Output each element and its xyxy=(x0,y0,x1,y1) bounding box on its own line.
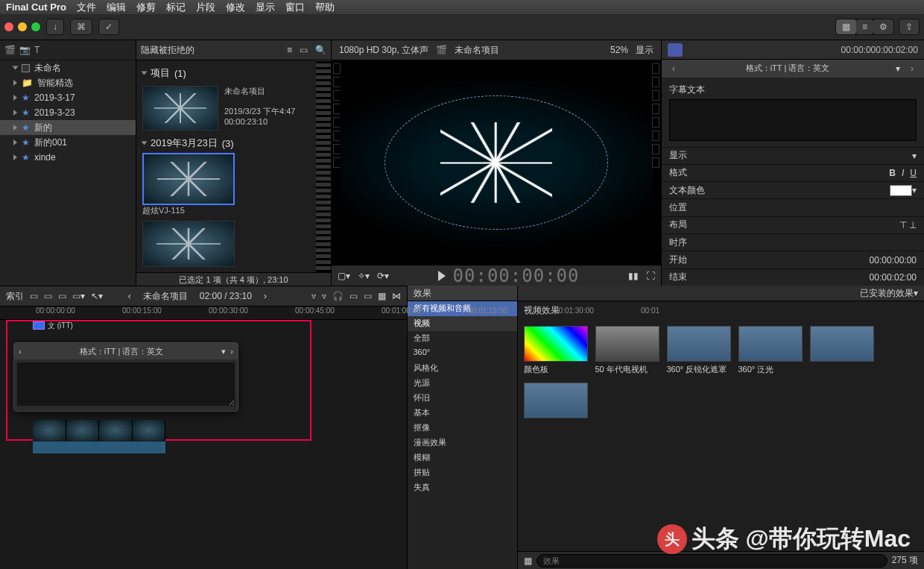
library-root[interactable]: 未命名 xyxy=(0,60,136,75)
snap-icon[interactable]: ▿ xyxy=(311,291,316,301)
effects-search[interactable] xyxy=(537,554,887,568)
viewer-canvas[interactable] xyxy=(332,60,661,265)
effect-thumb-1[interactable]: 50 年代电视机 xyxy=(595,326,659,375)
titles-icon[interactable]: T xyxy=(34,45,45,55)
clip-view-icon[interactable]: ▭ xyxy=(300,45,308,55)
clip-appear-icon[interactable]: ▭ xyxy=(364,291,372,301)
transitions-icon[interactable]: ⋈ xyxy=(392,291,401,301)
fx-cat-6[interactable]: 抠像 xyxy=(408,421,517,436)
browser-toggle[interactable]: ▦ xyxy=(836,19,856,34)
audio-meter-icon[interactable]: ▮▮ xyxy=(628,271,639,281)
popup-next[interactable]: › xyxy=(230,347,233,356)
skim-icon[interactable]: ▿ xyxy=(322,291,326,301)
arrow-tool[interactable]: ↖▾ xyxy=(91,291,103,301)
fx-cat-9[interactable]: 拼贴 xyxy=(408,465,517,480)
photos-icon[interactable]: 📷 xyxy=(19,45,30,55)
caption-text-input[interactable] xyxy=(669,99,917,141)
menu-help[interactable]: 帮助 xyxy=(315,1,335,14)
zoom-popup[interactable]: 52% xyxy=(610,45,628,55)
inspector-toggle[interactable]: ⚙ xyxy=(873,19,893,34)
tl-tool-2[interactable]: ▭ xyxy=(44,291,52,301)
sidebar-event-5[interactable]: ★xinde xyxy=(0,150,136,165)
popup-prev[interactable]: ‹ xyxy=(19,347,22,356)
underline-button[interactable]: U xyxy=(910,168,917,178)
play-button[interactable] xyxy=(438,271,446,281)
audio-track[interactable] xyxy=(33,441,165,453)
start-tc[interactable]: 00:00:00:00 xyxy=(870,255,917,265)
italic-button[interactable]: I xyxy=(902,168,904,178)
timeline-toggle[interactable]: ≡ xyxy=(856,19,873,34)
tool-popup-1[interactable]: ▢▾ xyxy=(338,271,350,281)
close-window[interactable] xyxy=(4,22,13,31)
index-button[interactable]: 索引 xyxy=(6,290,24,303)
menu-trim[interactable]: 修剪 xyxy=(136,1,156,14)
video-track[interactable] xyxy=(33,420,165,441)
color-swatch[interactable] xyxy=(890,185,912,196)
menu-mark[interactable]: 标记 xyxy=(166,1,186,14)
caption-format-label[interactable]: 格式：iTT | 语言：英文 xyxy=(686,63,890,74)
library-icon[interactable]: 🎬 xyxy=(4,45,15,55)
sidebar-event-2[interactable]: ★2019-3-23 xyxy=(0,105,136,120)
fx-cat-1[interactable]: 360° xyxy=(408,346,517,361)
clip-thumbnail-1[interactable] xyxy=(142,153,235,205)
timeline-body[interactable]: 文 (iTT) ‹ 格式：iTT | 语言：英文▾ › xyxy=(0,320,407,569)
projects-header[interactable]: 项目 (1) xyxy=(142,63,310,83)
fx-cat-7[interactable]: 漫画效果 xyxy=(408,436,517,450)
effect-thumb-0[interactable]: 颜色板 xyxy=(524,326,588,375)
bold-button[interactable]: B xyxy=(889,168,896,178)
effects-browser-icon[interactable]: ▦ xyxy=(378,291,386,301)
clip-thumbnail-2[interactable] xyxy=(142,221,235,267)
caption-clip[interactable] xyxy=(33,321,45,330)
fx-cat-2[interactable]: 风格化 xyxy=(408,361,517,376)
tl-tool-3[interactable]: ▭ xyxy=(58,291,66,301)
fx-cat-0[interactable]: 全部 xyxy=(408,331,517,346)
sidebar-event-3[interactable]: ★新的 xyxy=(0,120,136,135)
cc-icon[interactable]: ▭ xyxy=(349,291,358,301)
menu-window[interactable]: 窗口 xyxy=(285,1,305,14)
keyword-button[interactable]: ⌘ xyxy=(70,19,92,35)
menu-view[interactable]: 显示 xyxy=(256,1,275,14)
prev-caption[interactable]: ‹ xyxy=(668,63,680,74)
end-tc[interactable]: 00:00:02:00 xyxy=(870,272,917,283)
fx-cat-8[interactable]: 模糊 xyxy=(408,450,517,465)
menu-edit[interactable]: 编辑 xyxy=(107,1,126,14)
solo-icon[interactable]: 🎧 xyxy=(332,291,344,301)
effect-thumb-3[interactable]: 360° 泛光 xyxy=(738,326,803,375)
list-view-icon[interactable]: ≡ xyxy=(287,45,292,55)
search-icon[interactable]: 🔍 xyxy=(315,45,326,55)
retime-popup[interactable]: ⟳▾ xyxy=(377,271,389,281)
caption-tab-icon[interactable] xyxy=(668,43,683,57)
effect-thumb-2[interactable]: 360° 反锐化遮罩 xyxy=(667,326,731,375)
history-fwd[interactable]: › xyxy=(264,291,267,301)
fullscreen-icon[interactable]: ⛶ xyxy=(646,271,655,281)
effect-thumb-5[interactable] xyxy=(524,383,588,418)
zoom-window[interactable] xyxy=(31,22,40,31)
fx-cat-3[interactable]: 光源 xyxy=(408,376,517,391)
sidebar-event-4[interactable]: ★新的001 xyxy=(0,135,136,150)
menu-clip[interactable]: 片段 xyxy=(196,1,215,14)
fx-cat-4[interactable]: 怀旧 xyxy=(408,391,517,406)
align-icons[interactable]: ⊤ ⊥ xyxy=(899,220,917,230)
installed-effects[interactable]: 已安装的效果 xyxy=(860,287,914,300)
menu-modify[interactable]: 修改 xyxy=(226,1,245,14)
filter-popup[interactable]: 隐藏被拒绝的 xyxy=(141,44,194,57)
fx-cat-10[interactable]: 失真 xyxy=(408,480,517,495)
menu-file[interactable]: 文件 xyxy=(77,1,96,14)
sidebar-event-1[interactable]: ★2019-3-17 xyxy=(0,90,136,105)
fx-view-icon[interactable]: ▦ xyxy=(524,556,532,566)
import-button[interactable]: ↓ xyxy=(46,19,64,35)
project-thumbnail[interactable] xyxy=(142,86,218,131)
tl-tool-4[interactable]: ▭▾ xyxy=(72,291,85,301)
row-display[interactable]: 显示▾ xyxy=(662,147,924,164)
share-button[interactable]: ⇪ xyxy=(899,19,920,35)
tl-tool-1[interactable]: ▭ xyxy=(30,291,38,301)
effect-thumb-4[interactable] xyxy=(810,326,874,375)
fx-cat-5[interactable]: 基本 xyxy=(408,406,517,421)
next-caption[interactable]: › xyxy=(906,63,918,74)
history-back[interactable]: ‹ xyxy=(128,291,131,301)
tool-popup-2[interactable]: ✧▾ xyxy=(358,271,370,281)
view-popup[interactable]: 显示 xyxy=(636,44,654,57)
timeline-ruler[interactable]: 00:00:00:00 00:00:15:00 00:00:30:00 00:0… xyxy=(0,306,407,320)
bg-tasks-button[interactable]: ✓ xyxy=(98,19,119,35)
popup-format[interactable]: 格式：iTT | 语言：英文 xyxy=(26,346,218,357)
